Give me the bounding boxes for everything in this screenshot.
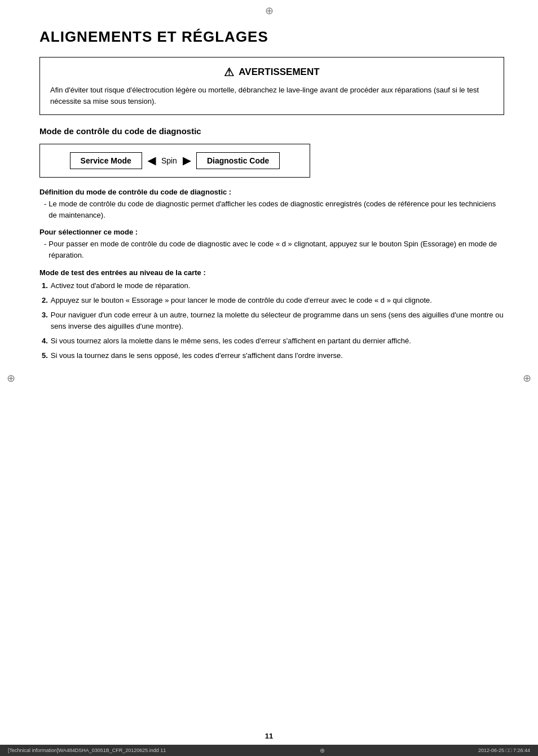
warning-triangle-icon: ⚠: [224, 65, 234, 79]
item-text: Si vous tournez alors la molette dans le…: [51, 335, 411, 347]
dash-icon: -: [44, 198, 46, 221]
spin-label: Spin: [161, 156, 177, 165]
selection-text: Pour passer en mode de contrôle du code …: [48, 238, 504, 261]
definition-bullet: - Le mode de contrôle du code de diagnos…: [39, 198, 504, 221]
page-footer: 11: [0, 732, 538, 740]
page: ⊕ ⊕ ⊕ ALIGNEMENTS ET RÉGLAGES ⚠ AVERTISS…: [0, 0, 538, 756]
main-title: ALIGNEMENTS ET RÉGLAGES: [39, 28, 504, 46]
warning-box: ⚠ AVERTISSEMENT Afin d'éviter tout risqu…: [39, 57, 504, 115]
item-number: 3.: [42, 310, 48, 332]
service-mode-label: Service Mode: [70, 152, 142, 169]
item-number: 1.: [42, 280, 48, 291]
reg-mark-right: ⊕: [523, 372, 531, 384]
definition-title: Définition du mode de contrôle du code d…: [39, 188, 504, 196]
diagram-box: Service Mode ◀ Spin ▶ Diagnostic Code: [39, 144, 310, 178]
list-item: 5.Si vous la tournez dans le sens opposé…: [39, 350, 504, 361]
reg-mark-left: ⊕: [7, 372, 15, 384]
list-item: 3.Pour naviguer d'un code erreur à un au…: [39, 310, 504, 332]
item-text: Pour naviguer d'un code erreur à un autr…: [51, 310, 504, 332]
warning-text: Afin d'éviter tout risque d'électrocutio…: [50, 85, 493, 107]
card-test-title: Mode de test des entrées au niveau de la…: [39, 268, 504, 277]
footer-reg-marks: ⊕: [320, 747, 325, 754]
dash2-icon: -: [44, 238, 46, 261]
footer-bar: [Technical information]WA484DSHA_03051B_…: [0, 745, 538, 756]
list-item: 2.Appuyez sur le bouton « Essorage » pou…: [39, 295, 504, 306]
warning-header: ⚠ AVERTISSEMENT: [50, 65, 493, 79]
arrow-right-icon: ▶: [183, 154, 191, 167]
item-text: Si vous la tournez dans le sens opposé, …: [51, 350, 343, 361]
arrow-left-icon: ◀: [148, 154, 156, 167]
numbered-list: 1.Activez tout d'abord le mode de répara…: [39, 280, 504, 362]
warning-title: AVERTISSEMENT: [239, 67, 319, 78]
selection-bullet: - Pour passer en mode de contrôle du cod…: [39, 238, 504, 261]
page-number: 11: [265, 732, 273, 740]
item-number: 2.: [42, 295, 48, 306]
list-item: 1.Activez tout d'abord le mode de répara…: [39, 280, 504, 291]
item-text: Activez tout d'abord le mode de réparati…: [51, 280, 190, 291]
definition-text: Le mode de contrôle du code de diagnosti…: [48, 198, 504, 221]
item-text: Appuyez sur le bouton « Essorage » pour …: [51, 295, 432, 306]
selection-title: Pour sélectionner ce mode :: [39, 228, 504, 236]
footer-right-text: 2012-06-25 □□ 7:26:44: [478, 748, 530, 753]
list-item: 4.Si vous tournez alors la molette dans …: [39, 335, 504, 347]
item-number: 4.: [42, 335, 48, 347]
reg-mark-top: ⊕: [265, 5, 274, 17]
diagnostic-section-title: Mode de contrôle du code de diagnostic: [39, 126, 504, 136]
diagnostic-code-label: Diagnostic Code: [196, 152, 280, 169]
item-number: 5.: [42, 350, 48, 361]
footer-reg-mark-1: ⊕: [320, 747, 325, 754]
footer-left-text: [Technical information]WA484DSHA_03051B_…: [8, 748, 166, 753]
